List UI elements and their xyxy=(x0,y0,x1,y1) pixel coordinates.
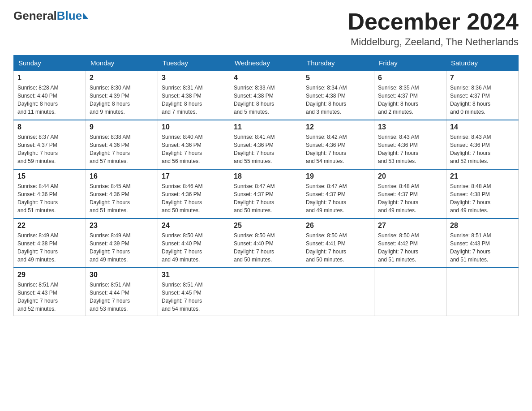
day-info: Sunrise: 8:41 AM Sunset: 4:36 PM Dayligh… xyxy=(234,133,298,165)
header-wednesday: Wednesday xyxy=(230,56,302,71)
day-number: 28 xyxy=(450,222,515,230)
calendar-cell: 8 Sunrise: 8:37 AM Sunset: 4:37 PM Dayli… xyxy=(14,120,86,169)
day-number: 11 xyxy=(234,123,298,131)
day-info: Sunrise: 8:45 AM Sunset: 4:36 PM Dayligh… xyxy=(90,182,154,214)
day-info: Sunrise: 8:47 AM Sunset: 4:37 PM Dayligh… xyxy=(306,182,370,214)
day-number: 17 xyxy=(162,172,226,180)
day-info: Sunrise: 8:42 AM Sunset: 4:36 PM Dayligh… xyxy=(306,133,370,165)
calendar-cell: 3 Sunrise: 8:31 AM Sunset: 4:38 PM Dayli… xyxy=(158,71,230,120)
day-number: 26 xyxy=(306,222,370,230)
day-info: Sunrise: 8:50 AM Sunset: 4:42 PM Dayligh… xyxy=(378,231,442,264)
calendar-week-row: 22 Sunrise: 8:49 AM Sunset: 4:38 PM Dayl… xyxy=(14,218,519,268)
calendar-cell xyxy=(302,268,374,316)
logo-triangle-icon xyxy=(83,13,88,19)
day-info: Sunrise: 8:50 AM Sunset: 4:40 PM Dayligh… xyxy=(162,231,226,264)
day-number: 5 xyxy=(306,74,370,82)
day-info: Sunrise: 8:48 AM Sunset: 4:37 PM Dayligh… xyxy=(378,182,442,214)
day-number: 20 xyxy=(378,172,442,180)
day-info: Sunrise: 8:51 AM Sunset: 4:43 PM Dayligh… xyxy=(450,231,515,264)
day-number: 13 xyxy=(378,123,442,131)
header-friday: Friday xyxy=(374,56,446,71)
day-number: 29 xyxy=(17,271,82,279)
day-number: 15 xyxy=(17,172,82,180)
calendar-cell xyxy=(230,268,302,316)
calendar-cell xyxy=(374,268,446,316)
calendar-cell: 10 Sunrise: 8:40 AM Sunset: 4:36 PM Dayl… xyxy=(158,120,230,169)
day-info: Sunrise: 8:50 AM Sunset: 4:41 PM Dayligh… xyxy=(306,231,370,264)
month-title: December 2024 xyxy=(348,9,519,34)
header-tuesday: Tuesday xyxy=(158,56,230,71)
day-info: Sunrise: 8:51 AM Sunset: 4:44 PM Dayligh… xyxy=(90,281,154,313)
day-info: Sunrise: 8:28 AM Sunset: 4:40 PM Dayligh… xyxy=(17,84,82,116)
day-number: 25 xyxy=(234,222,298,230)
day-number: 3 xyxy=(162,74,226,82)
day-number: 19 xyxy=(306,172,370,180)
day-info: Sunrise: 8:30 AM Sunset: 4:39 PM Dayligh… xyxy=(90,84,154,116)
day-number: 14 xyxy=(450,123,515,131)
calendar-cell: 25 Sunrise: 8:50 AM Sunset: 4:40 PM Dayl… xyxy=(230,218,302,268)
day-info: Sunrise: 8:49 AM Sunset: 4:39 PM Dayligh… xyxy=(90,231,154,264)
calendar-cell: 19 Sunrise: 8:47 AM Sunset: 4:37 PM Dayl… xyxy=(302,169,374,218)
calendar-cell: 26 Sunrise: 8:50 AM Sunset: 4:41 PM Dayl… xyxy=(302,218,374,268)
day-number: 16 xyxy=(90,172,154,180)
calendar-week-row: 29 Sunrise: 8:51 AM Sunset: 4:43 PM Dayl… xyxy=(14,268,519,316)
day-info: Sunrise: 8:37 AM Sunset: 4:37 PM Dayligh… xyxy=(17,133,82,165)
logo-blue-text: Blue xyxy=(57,9,82,23)
calendar-cell: 12 Sunrise: 8:42 AM Sunset: 4:36 PM Dayl… xyxy=(302,120,374,169)
day-number: 21 xyxy=(450,172,515,180)
day-info: Sunrise: 8:40 AM Sunset: 4:36 PM Dayligh… xyxy=(162,133,226,165)
day-number: 2 xyxy=(90,74,154,82)
day-number: 1 xyxy=(17,74,82,82)
page-header: General Blue December 2024 Middelburg, Z… xyxy=(13,9,519,48)
calendar-cell: 4 Sunrise: 8:33 AM Sunset: 4:38 PM Dayli… xyxy=(230,71,302,120)
location-title: Middelburg, Zeeland, The Netherlands xyxy=(348,36,519,48)
logo-general-text: General xyxy=(13,9,57,23)
calendar-week-row: 1 Sunrise: 8:28 AM Sunset: 4:40 PM Dayli… xyxy=(14,71,519,120)
calendar-cell: 2 Sunrise: 8:30 AM Sunset: 4:39 PM Dayli… xyxy=(86,71,158,120)
day-info: Sunrise: 8:43 AM Sunset: 4:36 PM Dayligh… xyxy=(378,133,442,165)
day-info: Sunrise: 8:51 AM Sunset: 4:43 PM Dayligh… xyxy=(17,281,82,313)
calendar-cell: 1 Sunrise: 8:28 AM Sunset: 4:40 PM Dayli… xyxy=(14,71,86,120)
day-number: 31 xyxy=(162,271,226,279)
day-info: Sunrise: 8:35 AM Sunset: 4:37 PM Dayligh… xyxy=(378,84,442,116)
logo: General Blue xyxy=(13,9,88,23)
day-info: Sunrise: 8:51 AM Sunset: 4:45 PM Dayligh… xyxy=(162,281,226,313)
calendar-cell: 15 Sunrise: 8:44 AM Sunset: 4:36 PM Dayl… xyxy=(14,169,86,218)
logo-blue-part: Blue xyxy=(57,9,88,23)
day-number: 6 xyxy=(378,74,442,82)
day-info: Sunrise: 8:36 AM Sunset: 4:37 PM Dayligh… xyxy=(450,84,515,116)
header-thursday: Thursday xyxy=(302,56,374,71)
day-number: 23 xyxy=(90,222,154,230)
header-sunday: Sunday xyxy=(14,56,86,71)
day-info: Sunrise: 8:31 AM Sunset: 4:38 PM Dayligh… xyxy=(162,84,226,116)
day-number: 4 xyxy=(234,74,298,82)
day-info: Sunrise: 8:50 AM Sunset: 4:40 PM Dayligh… xyxy=(234,231,298,264)
day-info: Sunrise: 8:44 AM Sunset: 4:36 PM Dayligh… xyxy=(17,182,82,214)
day-number: 30 xyxy=(90,271,154,279)
calendar-cell: 6 Sunrise: 8:35 AM Sunset: 4:37 PM Dayli… xyxy=(374,71,446,120)
day-info: Sunrise: 8:43 AM Sunset: 4:36 PM Dayligh… xyxy=(450,133,515,165)
calendar-cell: 11 Sunrise: 8:41 AM Sunset: 4:36 PM Dayl… xyxy=(230,120,302,169)
calendar-cell: 30 Sunrise: 8:51 AM Sunset: 4:44 PM Dayl… xyxy=(86,268,158,316)
calendar-cell: 16 Sunrise: 8:45 AM Sunset: 4:36 PM Dayl… xyxy=(86,169,158,218)
day-info: Sunrise: 8:47 AM Sunset: 4:37 PM Dayligh… xyxy=(234,182,298,214)
day-number: 7 xyxy=(450,74,515,82)
calendar-cell: 13 Sunrise: 8:43 AM Sunset: 4:36 PM Dayl… xyxy=(374,120,446,169)
header-saturday: Saturday xyxy=(446,56,519,71)
day-number: 12 xyxy=(306,123,370,131)
title-area: December 2024 Middelburg, Zeeland, The N… xyxy=(348,9,519,48)
calendar-week-row: 8 Sunrise: 8:37 AM Sunset: 4:37 PM Dayli… xyxy=(14,120,519,169)
day-info: Sunrise: 8:49 AM Sunset: 4:38 PM Dayligh… xyxy=(17,231,82,264)
day-info: Sunrise: 8:34 AM Sunset: 4:38 PM Dayligh… xyxy=(306,84,370,116)
calendar-cell: 21 Sunrise: 8:48 AM Sunset: 4:38 PM Dayl… xyxy=(446,169,519,218)
calendar-cell: 24 Sunrise: 8:50 AM Sunset: 4:40 PM Dayl… xyxy=(158,218,230,268)
calendar-cell: 20 Sunrise: 8:48 AM Sunset: 4:37 PM Dayl… xyxy=(374,169,446,218)
calendar-header-row: SundayMondayTuesdayWednesdayThursdayFrid… xyxy=(14,56,519,71)
day-number: 27 xyxy=(378,222,442,230)
calendar-cell: 28 Sunrise: 8:51 AM Sunset: 4:43 PM Dayl… xyxy=(446,218,519,268)
day-number: 8 xyxy=(17,123,82,131)
calendar-cell: 29 Sunrise: 8:51 AM Sunset: 4:43 PM Dayl… xyxy=(14,268,86,316)
day-number: 9 xyxy=(90,123,154,131)
calendar-cell: 5 Sunrise: 8:34 AM Sunset: 4:38 PM Dayli… xyxy=(302,71,374,120)
calendar-cell: 17 Sunrise: 8:46 AM Sunset: 4:36 PM Dayl… xyxy=(158,169,230,218)
